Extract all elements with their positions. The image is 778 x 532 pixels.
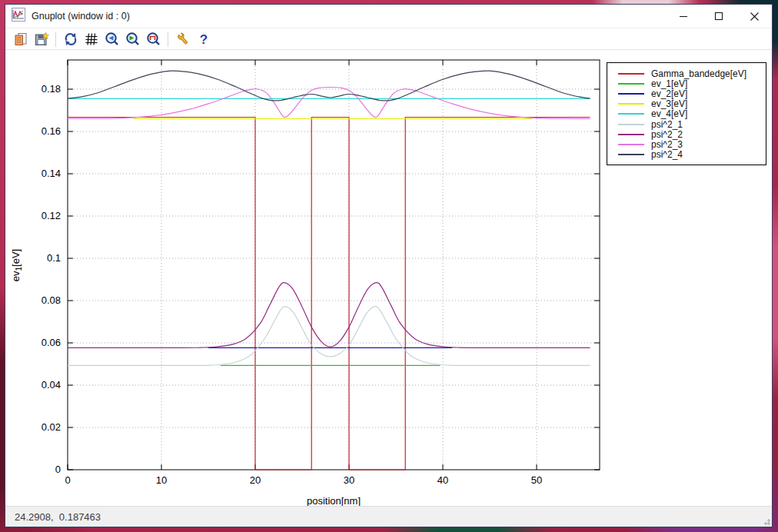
zoom-next-icon — [125, 32, 141, 47]
svg-text:0.1: 0.1 — [47, 252, 61, 264]
svg-text:?: ? — [199, 32, 207, 47]
svg-text:0.06: 0.06 — [42, 337, 61, 348]
copy-to-clipboard-button[interactable] — [11, 30, 30, 48]
plot-canvas[interactable]: 0102030405000.020.040.060.080.10.120.140… — [5, 50, 772, 506]
plot-frame — [68, 60, 600, 470]
toolbar-separator — [168, 32, 168, 47]
maximize-button[interactable] — [701, 5, 736, 28]
gridlines — [68, 60, 600, 470]
legend-row: psi^2_1 — [607, 119, 766, 129]
legend-label: ev_3[eV] — [651, 99, 687, 108]
legend-line-sample — [618, 154, 644, 155]
minimize-icon — [679, 12, 688, 21]
legend-row: ev_1[eV] — [607, 78, 766, 88]
legend-label: psi^2_3 — [651, 140, 683, 149]
settings-wrench-icon — [175, 32, 191, 47]
svg-text:0.18: 0.18 — [42, 83, 61, 95]
save-icon — [34, 32, 49, 47]
toolbar-separator — [55, 32, 56, 47]
maximize-icon — [714, 12, 723, 21]
mouse-coordinates: 24.2908, 0.187463 — [15, 511, 101, 523]
legend-label: psi^2_1 — [651, 120, 683, 129]
legend-row: ev_3[eV] — [607, 99, 766, 109]
svg-text:0: 0 — [65, 474, 70, 486]
svg-text:0.08: 0.08 — [42, 294, 61, 306]
svg-text:30: 30 — [344, 474, 354, 486]
legend-label: psi^2_4 — [651, 150, 683, 159]
series-psi^2_3 — [68, 88, 590, 119]
tick-labels: 0102030405000.020.040.060.080.10.120.140… — [42, 83, 543, 486]
help-button[interactable]: ? — [194, 30, 213, 48]
svg-text:0.02: 0.02 — [42, 421, 61, 433]
legend-label: ev_2[eV] — [651, 89, 687, 98]
y-axis-label: ev1[eV] — [10, 249, 23, 281]
zoom-next-button[interactable] — [123, 30, 142, 48]
toolbar: ? — [5, 28, 772, 50]
legend-row: Gamma_bandedge[eV] — [607, 68, 766, 78]
svg-text:50: 50 — [531, 474, 542, 486]
svg-text:20: 20 — [250, 474, 261, 486]
zoom-region-icon — [146, 32, 161, 47]
svg-text:0: 0 — [55, 464, 61, 475]
resize-grip-icon[interactable] — [761, 516, 770, 525]
series-psi^2_1 — [68, 307, 590, 366]
legend-label: psi^2_2 — [651, 130, 683, 139]
legend-line-sample — [618, 134, 644, 135]
gnuplot-window: Gnuplot (window id : 0) — [5, 4, 773, 527]
zoom-previous-icon — [105, 32, 120, 47]
legend-line-sample — [618, 93, 644, 95]
legend-line-sample — [618, 103, 644, 105]
close-button[interactable] — [736, 5, 772, 28]
legend-line-sample — [618, 73, 644, 75]
svg-text:0.16: 0.16 — [42, 125, 61, 137]
series-psi^2_4 — [68, 71, 590, 101]
series-Gamma_bandedge[eV] — [68, 118, 590, 470]
legend-row: psi^2_2 — [607, 129, 766, 139]
legend-label: ev_1[eV] — [651, 79, 687, 88]
legend-line-sample — [618, 124, 644, 125]
svg-text:40: 40 — [437, 474, 448, 486]
legend-label: Gamma_bandedge[eV] — [651, 69, 746, 78]
help-icon: ? — [196, 32, 211, 47]
close-icon — [750, 12, 760, 22]
minimize-button[interactable] — [666, 5, 701, 28]
legend-row: psi^2_4 — [607, 150, 766, 160]
legend-line-sample — [618, 83, 644, 85]
status-bar: 24.2908, 0.187463 — [5, 506, 772, 527]
save-button[interactable] — [32, 30, 51, 48]
refresh-icon — [63, 32, 78, 47]
gnuplot-app-icon — [12, 8, 25, 25]
zoom-previous-button[interactable] — [102, 30, 121, 48]
legend-row: ev_2[eV] — [607, 88, 766, 98]
svg-text:0.14: 0.14 — [42, 168, 61, 179]
legend-line-sample — [618, 113, 644, 115]
window-title: Gnuplot (window id : 0) — [32, 11, 666, 22]
legend-row: psi^2_3 — [607, 139, 766, 149]
settings-button[interactable] — [173, 30, 192, 48]
series-psi^2_2 — [68, 283, 590, 348]
grid-toggle-button[interactable] — [81, 30, 101, 48]
svg-text:0.04: 0.04 — [42, 379, 61, 391]
legend-row: ev_4[eV] — [607, 109, 766, 119]
tick-marks — [68, 60, 600, 470]
svg-text:10: 10 — [156, 474, 167, 486]
x-axis-label: position[nm] — [307, 495, 361, 506]
zoom-region-button[interactable] — [144, 30, 163, 48]
refresh-button[interactable] — [61, 30, 80, 48]
title-bar[interactable]: Gnuplot (window id : 0) — [5, 5, 772, 28]
svg-text:0.12: 0.12 — [42, 210, 61, 221]
legend-label: ev_4[eV] — [651, 109, 687, 118]
grid-icon — [84, 32, 99, 47]
copy-to-clipboard-icon — [13, 32, 28, 47]
plot-legend: Gamma_bandedge[eV]ev_1[eV]ev_2[eV]ev_3[e… — [607, 62, 766, 165]
legend-line-sample — [618, 144, 644, 145]
